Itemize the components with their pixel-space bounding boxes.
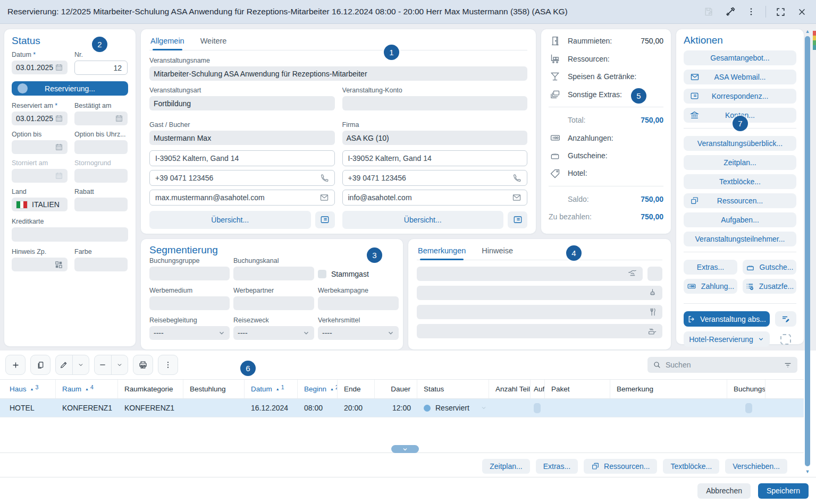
extras-bottom-button[interactable]: Extras...: [536, 459, 578, 474]
scroll-down-arrow[interactable]: ▼: [805, 469, 810, 474]
veranstaltungsteilnehmer-button[interactable]: Veranstaltungsteilnehmer...: [684, 232, 796, 246]
calendar-icon[interactable]: [55, 143, 63, 151]
veranstaltungsname-field[interactable]: Mitarbeiter-Schulung ASA Anwendung für R…: [149, 66, 527, 81]
dashed-selection-icon[interactable]: [780, 334, 791, 345]
calendar-icon[interactable]: [55, 63, 63, 72]
reserviert-am-field[interactable]: 03.01.2025: [12, 112, 68, 125]
werbemedium-field[interactable]: [149, 296, 230, 310]
column-header-paket[interactable]: Paket: [545, 380, 610, 398]
protokoll-edit-button[interactable]: [775, 311, 796, 327]
bemerkung-restaurant-field[interactable]: [417, 305, 662, 319]
veranstaltungsart-field[interactable]: Fortbildung: [149, 96, 335, 110]
veranstaltungsueberblick-button[interactable]: Veranstaltungsüberblick...: [684, 136, 796, 151]
textbloecke-button[interactable]: Textblöcke...: [684, 174, 796, 189]
option-bis-field[interactable]: [12, 140, 68, 154]
table-row[interactable]: HOTEL KONFERENZ1 KONFERENZ1 16.12.2024 0…: [0, 399, 804, 417]
option-bis-uhrzeit-field[interactable]: [74, 140, 128, 154]
envelope-icon[interactable]: [319, 193, 329, 202]
bemerkung-housekeeping-field[interactable]: [417, 286, 662, 300]
verschieben-bottom-button[interactable]: Verschieben...: [725, 459, 787, 474]
rabatt-field[interactable]: [74, 198, 128, 211]
ressourcen-bottom-button[interactable]: Ressourcen...: [584, 459, 657, 474]
fullscreen-icon[interactable]: [773, 5, 787, 19]
zusatzfelder-button[interactable]: Zusatzfe...: [743, 279, 796, 294]
column-header-anzahl-teilnehmer[interactable]: Anzahl Teiln: [489, 380, 531, 398]
calendar-icon[interactable]: [115, 114, 123, 123]
nr-input[interactable]: 12: [74, 61, 128, 75]
cell-anzahl-teilnehmer[interactable]: [489, 399, 531, 417]
tab-allgemein[interactable]: Allgemein: [149, 33, 186, 50]
column-header-aufgebaut[interactable]: Aufge: [531, 380, 545, 398]
zeitplan-button[interactable]: Zeitplan...: [684, 155, 796, 170]
datum-field[interactable]: 03.01.2025: [12, 61, 68, 74]
toggle-pill[interactable]: [534, 403, 541, 413]
zeitplan-bottom-button[interactable]: Zeitplan...: [482, 459, 529, 474]
cell-aufgebaut[interactable]: [531, 399, 545, 417]
gast-phone-input[interactable]: +39 0471 123456: [149, 170, 335, 186]
more-menu-icon[interactable]: [744, 5, 758, 19]
collapse-table-handle[interactable]: [391, 445, 419, 453]
filter-icon[interactable]: [784, 361, 792, 369]
ressourcen-button[interactable]: Ressourcen...: [684, 193, 796, 208]
buchungskanal-field[interactable]: [233, 267, 314, 280]
gast-address-input[interactable]: I-39052 Kaltern, Gand 14: [149, 150, 335, 166]
column-header-buchungssperre[interactable]: Buchungssp: [727, 380, 765, 398]
duplicate-row-button[interactable]: [30, 355, 51, 375]
column-header-status[interactable]: Status: [417, 380, 489, 398]
gast-email-input[interactable]: max.mustermann@asahotel.com: [149, 190, 335, 206]
werbepartner-field[interactable]: [233, 296, 314, 310]
remove-dropdown-chevron[interactable]: [111, 355, 128, 374]
bemerkung-rezeption-field[interactable]: [417, 267, 643, 281]
edit-dropdown-chevron[interactable]: [72, 355, 89, 374]
gesamtangebot-button[interactable]: Gesamtangebot...: [684, 50, 796, 65]
zahlung-button[interactable]: Zahlung...: [684, 279, 737, 294]
column-header-bestuhlung[interactable]: Bestuhlung: [183, 380, 245, 398]
tools-icon[interactable]: [723, 5, 737, 19]
table-search-input[interactable]: Suchen: [647, 357, 797, 373]
kreditkarte-field[interactable]: [12, 227, 128, 242]
minus-icon[interactable]: [95, 355, 111, 374]
tab-bemerkungen[interactable]: Bemerkungen: [417, 243, 467, 260]
gutscheine-button[interactable]: Gutsche...: [743, 260, 796, 275]
extras-button[interactable]: Extras...: [684, 260, 737, 275]
phone-icon[interactable]: [512, 174, 521, 183]
tab-hinweise[interactable]: Hinweise: [481, 243, 514, 260]
firma-email-input[interactable]: info@asahotel.com: [342, 190, 528, 206]
column-header-raum[interactable]: Raum▲4: [56, 380, 118, 398]
gast-uebersicht-button[interactable]: Übersicht...: [149, 211, 311, 229]
firma-notes-button[interactable]: [508, 211, 527, 228]
bestaetigt-am-field[interactable]: [74, 112, 128, 125]
farbe-field[interactable]: [74, 258, 128, 271]
reisezweck-select[interactable]: ----: [233, 326, 314, 340]
phone-icon[interactable]: [320, 174, 329, 183]
firma-uebersicht-button[interactable]: Übersicht...: [342, 211, 504, 229]
korrespondenz-button[interactable]: Korrespondenz...: [684, 89, 796, 104]
gast-name-field[interactable]: Mustermann Max: [149, 131, 335, 145]
column-header-dauer[interactable]: Dauer: [375, 380, 417, 398]
tab-weitere[interactable]: Weitere: [199, 33, 228, 50]
calendar-icon[interactable]: [55, 114, 63, 123]
column-header-bemerkung[interactable]: Bemerkung: [610, 380, 727, 398]
veranstaltung-konto-field[interactable]: [342, 96, 528, 110]
close-icon[interactable]: [795, 5, 809, 19]
cell-buchungssperre[interactable]: [727, 399, 765, 417]
scrollbar-thumb[interactable]: [805, 36, 810, 466]
werbekampagne-field[interactable]: [318, 296, 399, 310]
print-button[interactable]: [133, 355, 153, 375]
speichern-button[interactable]: Speichern: [758, 483, 809, 499]
asa-webmail-button[interactable]: ASA Webmail...: [684, 70, 796, 84]
column-header-haus[interactable]: Haus▲3: [0, 380, 56, 398]
edit-icon[interactable]: [56, 355, 72, 374]
hinweis-zp-field[interactable]: [12, 258, 68, 271]
firma-name-field[interactable]: ASA KG (10): [342, 131, 528, 145]
edit-row-splitbutton[interactable]: [55, 355, 89, 375]
stammgast-checkbox[interactable]: [318, 270, 326, 278]
vertical-scrollbar[interactable]: ▲ ▼: [804, 28, 811, 476]
save-draft-icon[interactable]: [702, 5, 716, 19]
veranstaltung-abschliessen-button[interactable]: Veranstaltung abs...: [684, 311, 770, 327]
buchungsgruppe-field[interactable]: [149, 267, 230, 280]
table-more-button[interactable]: [158, 355, 178, 375]
column-header-datum[interactable]: Datum▲1: [245, 380, 298, 398]
reservierung-status-button[interactable]: Reservierung...: [12, 81, 128, 96]
column-header-raumkategorie[interactable]: Raumkategorie: [118, 380, 183, 398]
